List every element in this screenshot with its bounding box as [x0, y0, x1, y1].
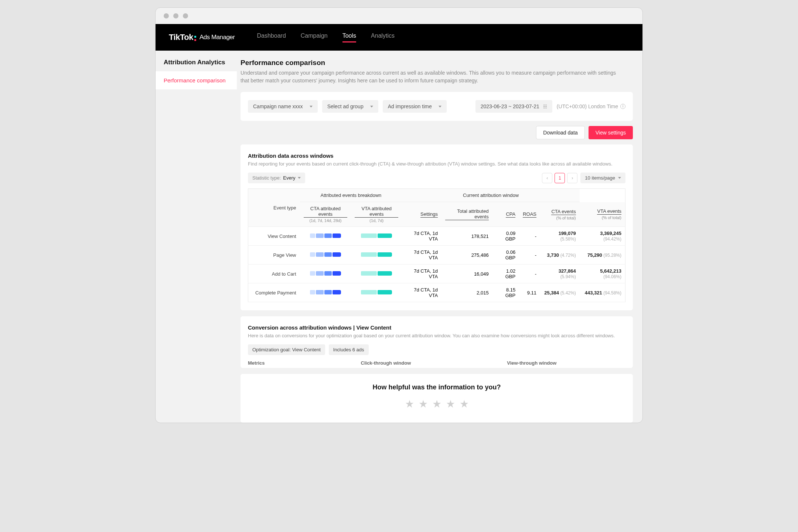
table-row: View Content7d CTA, 1d VTA178,5210.09 GB…	[248, 227, 625, 246]
date-range-picker[interactable]: 2023-06-23 ~ 2023-07-21	[475, 100, 552, 113]
cell-event: Add to Cart	[248, 265, 300, 283]
chevron-down-icon	[370, 106, 373, 108]
brand-name: TikTok	[169, 33, 193, 42]
cell-vta-spark	[351, 227, 402, 246]
cell-vta-events: 75,290 (95.28%)	[580, 246, 625, 265]
cell-cta-events: 199,079 (5.58%)	[540, 227, 580, 246]
nav-campaign[interactable]: Campaign	[301, 33, 328, 42]
pager-page-1[interactable]: 1	[555, 173, 565, 183]
view-settings-button[interactable]: View settings	[589, 126, 633, 139]
cell-cpa: 8.15 GBP	[492, 283, 519, 302]
cell-total: 16,049	[441, 265, 492, 283]
cell-event: Complete Payment	[248, 283, 300, 302]
pager-next[interactable]: ›	[567, 173, 577, 183]
cell-cta-events: 25,384 (5.42%)	[540, 283, 580, 302]
attribution-panel: Attribution data across windows Find rep…	[241, 144, 633, 310]
cell-cpa: 0.06 GBP	[492, 246, 519, 265]
feedback-title: How helpful was the information to you?	[248, 383, 625, 391]
chevron-down-icon	[439, 106, 441, 108]
cell-vta-spark	[351, 246, 402, 265]
th-settings: Settings	[402, 202, 441, 227]
cell-total: 178,521	[441, 227, 492, 246]
attribution-desc: Find reporting for your events based on …	[248, 161, 625, 167]
col-metrics: Metrics	[248, 360, 265, 366]
optimization-goal-badge: Optimization goal: View Content	[248, 344, 325, 355]
cell-vta-events: 5,642,213 (94.06%)	[580, 265, 625, 283]
cell-roas: -	[519, 246, 540, 265]
pagination: ‹ 1 ›	[542, 173, 577, 183]
cell-total: 2,015	[441, 283, 492, 302]
adtime-select-label: Ad impression time	[388, 103, 432, 109]
adgroup-select[interactable]: Select ad group	[322, 100, 378, 113]
th-event: Event type	[248, 189, 300, 227]
feedback-panel: How helpful was the information to you? …	[241, 374, 633, 423]
browser-window: TikTok Ads Manager Dashboard Campaign To…	[155, 7, 643, 423]
cell-vta-events: 443,321 (94.58%)	[580, 283, 625, 302]
nav-dashboard[interactable]: Dashboard	[257, 33, 286, 42]
star-5[interactable]: ★	[460, 398, 469, 410]
cell-roas: -	[519, 227, 540, 246]
adtime-select[interactable]: Ad impression time	[383, 100, 447, 113]
col-click: Click-through window	[361, 360, 411, 366]
cell-roas: 9.11	[519, 283, 540, 302]
action-bar: Download data View settings	[241, 126, 633, 139]
th-roas: ROAS	[519, 202, 540, 227]
adgroup-select-label: Select ad group	[327, 103, 364, 109]
conversion-subhead: Metrics Click-through window View-throug…	[248, 360, 625, 366]
pager-prev[interactable]: ‹	[542, 173, 552, 183]
star-3[interactable]: ★	[432, 398, 441, 410]
cell-settings: 7d CTA, 1d VTA	[402, 283, 441, 302]
table-row: Add to Cart7d CTA, 1d VTA16,0491.02 GBP-…	[248, 265, 625, 283]
page-description: Understand and compare your campaign per…	[241, 69, 617, 85]
cell-event: Page View	[248, 246, 300, 265]
sidebar-title: Attribution Analytics	[156, 59, 237, 71]
conversion-title: Conversion across attribution windows | …	[248, 324, 625, 331]
timezone-label: (UTC+00:00) London Time i	[557, 103, 625, 109]
cell-cta-spark	[300, 265, 351, 283]
timezone-text: (UTC+00:00) London Time	[557, 103, 618, 109]
sidebar-item-performance-comparison[interactable]: Performance comparison	[156, 71, 237, 89]
cell-settings: 7d CTA, 1d VTA	[402, 265, 441, 283]
stat-type-label: Statistic type:	[252, 175, 281, 181]
window-control-max[interactable]	[183, 13, 188, 18]
brand-product: Ads Manager	[200, 34, 235, 41]
attribution-table: Event type Attributed events breakdown C…	[248, 188, 625, 302]
stat-type-select[interactable]: Statistic type: Every	[248, 173, 305, 183]
star-1[interactable]: ★	[405, 398, 414, 410]
th-total: Total attributed events	[441, 202, 492, 227]
star-4[interactable]: ★	[446, 398, 455, 410]
cell-event: View Content	[248, 227, 300, 246]
cell-cpa: 0.09 GBP	[492, 227, 519, 246]
items-per-page-label: 10 items/page	[585, 175, 615, 181]
page-title: Performance comparison	[241, 59, 633, 67]
table-row: Page View7d CTA, 1d VTA275,4860.06 GBP-3…	[248, 246, 625, 265]
sidebar: Attribution Analytics Performance compar…	[156, 51, 237, 423]
window-control-min[interactable]	[173, 13, 178, 18]
campaign-select[interactable]: Campaign name xxxx	[248, 100, 318, 113]
nav-analytics[interactable]: Analytics	[371, 33, 395, 42]
table-controls: Statistic type: Every ‹ 1 › 10 items/pag…	[248, 173, 625, 183]
items-per-page-select[interactable]: 10 items/page	[580, 173, 625, 183]
attribution-title: Attribution data across windows	[248, 153, 625, 159]
th-breakdown: Attributed events breakdown	[300, 189, 402, 202]
window-control-close[interactable]	[164, 13, 169, 18]
cell-settings: 7d CTA, 1d VTA	[402, 246, 441, 265]
campaign-select-label: Campaign name xxxx	[253, 103, 303, 109]
th-current: Current attribution window	[402, 189, 579, 202]
star-2[interactable]: ★	[419, 398, 428, 410]
cell-vta-spark	[351, 265, 402, 283]
info-icon[interactable]: i	[620, 104, 625, 109]
chevron-down-icon	[298, 177, 301, 179]
cell-vta-spark	[351, 283, 402, 302]
ad-count-badge: Includes 6 ads	[329, 344, 369, 355]
download-data-button[interactable]: Download data	[536, 126, 584, 139]
th-vta-events: VTA events(% of total)	[580, 202, 625, 227]
date-range-value: 2023-06-23 ~ 2023-07-21	[481, 103, 539, 109]
cell-vta-events: 3,369,245 (94.42%)	[580, 227, 625, 246]
cell-cta-spark	[300, 246, 351, 265]
nav-tools[interactable]: Tools	[342, 33, 356, 42]
cell-cta-spark	[300, 227, 351, 246]
primary-nav: Dashboard Campaign Tools Analytics	[257, 33, 395, 42]
chevron-down-icon	[310, 106, 313, 108]
window-titlebar	[156, 8, 642, 24]
